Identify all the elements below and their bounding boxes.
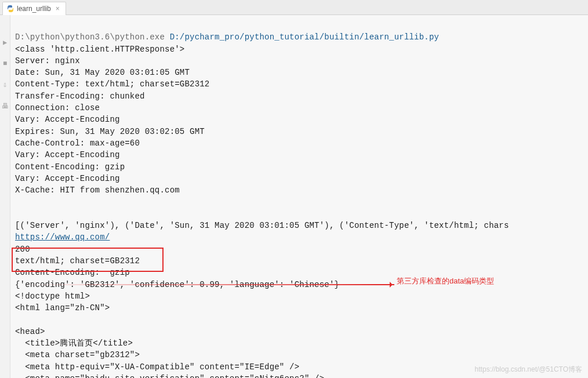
scroll-icon[interactable]: ⇩ bbox=[3, 81, 7, 89]
tab-learn-urllib[interactable]: learn_urllib × bbox=[2, 2, 66, 15]
html-output-line: <!doctype html> bbox=[15, 292, 90, 301]
output-line: Cache-Control: max-age=60 bbox=[15, 139, 140, 148]
http-status-code: 200 bbox=[15, 245, 30, 254]
stop-icon[interactable]: ■ bbox=[3, 60, 7, 68]
close-icon[interactable]: × bbox=[56, 5, 60, 13]
output-line: Server: nginx bbox=[15, 56, 80, 66]
output-line: [('Server', 'nginx'), ('Date', 'Sun, 31 … bbox=[15, 221, 509, 230]
output-line: Content-Type: text/html; charset=GB2312 bbox=[15, 79, 209, 89]
print-icon[interactable]: 🖶 bbox=[2, 102, 9, 111]
html-output-line: <meta http-equiv="X-UA-Compatible" conte… bbox=[15, 362, 299, 372]
html-output-line: <title>腾讯首页</title> bbox=[15, 339, 133, 348]
tab-bar: learn_urllib × bbox=[0, 0, 588, 15]
console-output[interactable]: D:\python\python3.6\python.exe D:/pychar… bbox=[12, 17, 588, 378]
output-line: Transfer-Encoding: chunked bbox=[15, 92, 145, 101]
output-line: Vary: Accept-Encoding bbox=[15, 115, 120, 124]
html-output-line: <meta charset="gb2312"> bbox=[15, 350, 140, 359]
content-type-value: text/html; charset=GB2312 bbox=[15, 256, 140, 266]
python-exe-path: D:\python\python3.6\python.exe bbox=[15, 32, 165, 42]
tab-label: learn_urllib bbox=[17, 5, 51, 13]
output-line: X-Cache: HIT from shenzhen.qq.com bbox=[15, 186, 180, 195]
output-line: Vary: Accept-Encoding bbox=[15, 150, 120, 159]
html-output-line: <head> bbox=[15, 327, 45, 336]
output-line: <class 'http.client.HTTPResponse'> bbox=[15, 45, 184, 54]
html-output-line: <meta name="baidu-site-verification" con… bbox=[15, 374, 324, 378]
output-line: Expires: Sun, 31 May 2020 03:02:05 GMT bbox=[15, 127, 205, 136]
output-line: Connection: close bbox=[15, 103, 100, 112]
rerun-icon[interactable]: ▶ bbox=[3, 38, 7, 47]
output-line: Content-Encoding: gzip bbox=[15, 162, 125, 172]
run-tool-gutter: ▶ ■ ⇩ 🖶 bbox=[0, 15, 10, 378]
chardet-result: {'encoding': 'GB2312', 'confidence': 0.9… bbox=[15, 280, 339, 289]
qq-url-link[interactable]: https://www.qq.com/ bbox=[15, 232, 110, 242]
output-line: Vary: Accept-Encoding bbox=[15, 174, 120, 183]
python-file-icon bbox=[6, 5, 14, 13]
html-output-line: <html lang="zh-CN"> bbox=[15, 303, 110, 312]
output-line: Date: Sun, 31 May 2020 03:01:05 GMT bbox=[15, 68, 190, 77]
script-path: D:/pycharm_pro/python_tutorial/builtin/l… bbox=[170, 32, 439, 42]
content-encoding-value: Content-Encoding: gzip bbox=[15, 268, 130, 277]
